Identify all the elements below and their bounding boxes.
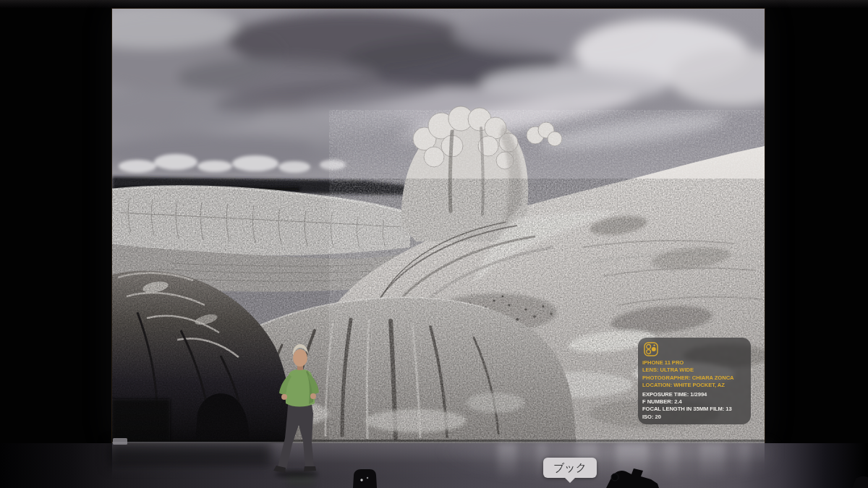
exif-line-lens: LENS: ULTRA WIDE xyxy=(642,367,746,374)
photo-exif-card: iPHONE 11 PRO LENS: ULTRA WIDE PHOTOGRAP… xyxy=(638,338,751,424)
exif-line-exposure: EXPOSURE TIME: 1/2994 xyxy=(642,391,746,398)
floor-streak xyxy=(700,443,725,488)
stage-floor xyxy=(0,443,868,488)
stage-scene: iPHONE 11 PRO LENS: ULTRA WIDE PHOTOGRAP… xyxy=(0,0,868,488)
exif-line-location: LOCATION: WHITE POCKET, AZ xyxy=(642,382,746,389)
screen-floor-junction xyxy=(112,442,765,443)
camera-module-icon xyxy=(644,342,658,356)
keynote-display: iPHONE 11 PRO LENS: ULTRA WIDE PHOTOGRAP… xyxy=(112,9,765,443)
floor-streak xyxy=(498,443,516,488)
floor-streak xyxy=(616,443,648,488)
boulder-reflection xyxy=(109,443,271,466)
exif-line-fnumber: F NUMBER: 2.4 xyxy=(642,398,746,406)
floor-streak xyxy=(664,443,678,488)
stage-rigging-band xyxy=(0,0,868,8)
tooltip-label: ブック xyxy=(543,458,597,478)
exif-line-focal: FOCAL LENGTH IN 35MM FILM: 13 xyxy=(642,406,746,413)
exif-line-device: iPHONE 11 PRO xyxy=(642,359,746,367)
tooltip: ブック xyxy=(543,458,597,478)
floor-streak xyxy=(739,443,751,488)
tooltip-tail xyxy=(564,477,576,483)
exif-line-iso: ISO: 20 xyxy=(642,414,746,421)
exif-line-photographer: PHOTOGRAPHER: CHIARA ZONCA xyxy=(642,374,746,382)
